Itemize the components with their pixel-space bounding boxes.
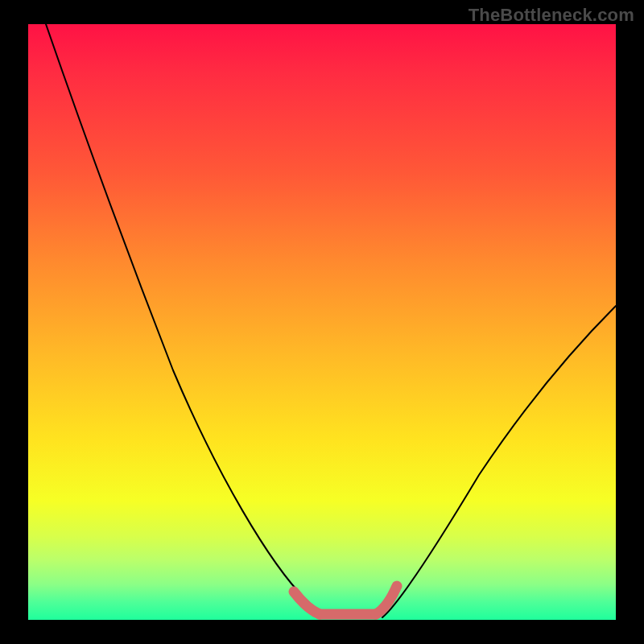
watermark-text: TheBottleneck.com: [469, 5, 634, 26]
valley-marker-right: [376, 586, 397, 614]
chart-svg: [28, 24, 616, 620]
curve-right: [382, 306, 616, 617]
chart-frame: TheBottleneck.com: [0, 0, 644, 644]
curve-left: [46, 24, 334, 617]
plot-area: [28, 24, 616, 620]
